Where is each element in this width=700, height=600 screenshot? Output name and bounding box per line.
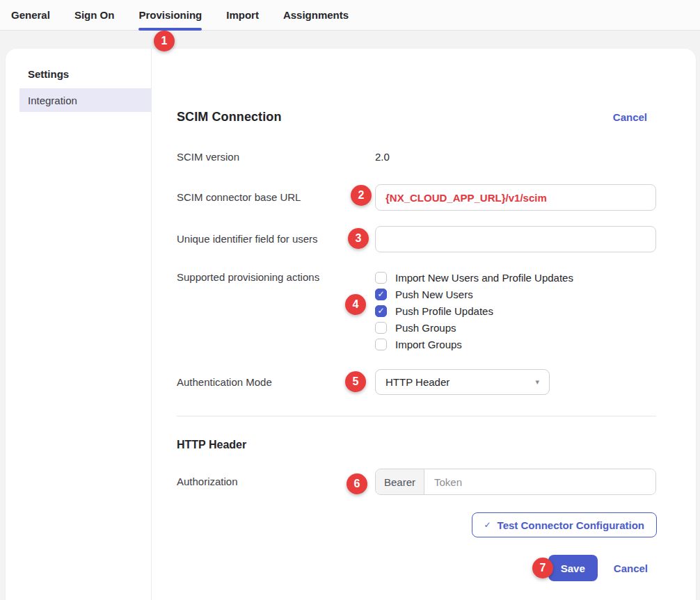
token-input[interactable] <box>424 469 655 494</box>
checkbox-row-push-groups[interactable]: Push Groups <box>375 321 456 334</box>
save-button[interactable]: Save <box>548 555 598 581</box>
tab-general[interactable]: General <box>11 0 50 30</box>
step-badge-4: 4 <box>345 294 366 315</box>
checkbox[interactable] <box>375 289 387 300</box>
auth-mode-value: HTTP Header <box>385 376 450 388</box>
scim-version-value: 2.0 <box>375 151 390 163</box>
base-url-input[interactable] <box>375 184 656 211</box>
checkbox-label: Push Profile Updates <box>395 305 493 317</box>
test-connector-label: Test Connector Configuration <box>498 519 644 531</box>
test-connector-button[interactable]: ✓ Test Connector Configuration <box>472 512 657 537</box>
page-title: SCIM Connection <box>177 110 282 124</box>
scim-form: SCIM Connection Cancel SCIM version 2.0 … <box>152 49 696 600</box>
sidebar-item-integration[interactable]: Integration <box>19 88 151 112</box>
authorization-input-group: Bearer <box>375 469 656 495</box>
check-icon: ✓ <box>484 520 491 530</box>
settings-sidebar: Settings Integration <box>6 49 152 600</box>
bearer-prefix: Bearer <box>376 469 424 494</box>
checkbox[interactable] <box>375 322 387 334</box>
scim-version-label: SCIM version <box>177 151 239 163</box>
step-badge-3: 3 <box>348 228 369 249</box>
tab-assignments[interactable]: Assignments <box>283 0 349 30</box>
tab-import[interactable]: Import <box>226 0 259 30</box>
unique-identifier-input[interactable] <box>375 226 656 252</box>
chevron-down-icon: ▾ <box>535 378 539 387</box>
checkbox-label: Push New Users <box>395 289 473 300</box>
checkbox-label: Import New Users and Profile Updates <box>395 272 573 284</box>
sidebar-heading: Settings <box>28 68 151 80</box>
cancel-link-bottom[interactable]: Cancel <box>614 562 648 574</box>
provisioning-actions-label: Supported provisioning actions <box>177 270 319 284</box>
step-badge-5: 5 <box>345 371 366 392</box>
tab-provisioning[interactable]: Provisioning <box>138 0 202 30</box>
base-url-label: SCIM connector base URL <box>177 184 301 211</box>
checkbox[interactable] <box>375 305 387 317</box>
checkbox[interactable] <box>375 339 387 350</box>
checkbox-row-push-new-users[interactable]: Push New Users <box>375 287 473 301</box>
checkbox-label: Push Groups <box>395 322 456 334</box>
step-badge-7: 7 <box>532 558 553 578</box>
checkbox-row-import-groups[interactable]: Import Groups <box>375 337 462 351</box>
cancel-link-top[interactable]: Cancel <box>613 111 647 123</box>
checkbox-row-import-users[interactable]: Import New Users and Profile Updates <box>375 270 573 284</box>
unique-identifier-label: Unique identifier field for users <box>177 226 318 252</box>
authorization-label: Authorization <box>177 469 238 495</box>
step-badge-6: 6 <box>347 473 367 494</box>
step-badge-1: 1 <box>154 31 175 51</box>
tab-sign-on[interactable]: Sign On <box>74 0 115 30</box>
checkbox[interactable] <box>375 272 387 284</box>
app-tab-bar: General Sign On Provisioning Import Assi… <box>0 0 700 31</box>
section-divider <box>177 416 656 416</box>
step-badge-2: 2 <box>351 185 372 206</box>
http-header-section-title: HTTP Header <box>177 439 246 451</box>
form-actions: Save Cancel <box>548 555 657 581</box>
form-header: SCIM Connection Cancel <box>177 110 656 124</box>
checkbox-row-push-profile-updates[interactable]: Push Profile Updates <box>375 304 493 318</box>
provisioning-card: Settings Integration SCIM Connection Can… <box>6 49 696 600</box>
auth-mode-select[interactable]: HTTP Header ▾ <box>375 369 550 395</box>
auth-mode-label: Authentication Mode <box>177 369 272 395</box>
checkbox-label: Import Groups <box>395 339 462 350</box>
